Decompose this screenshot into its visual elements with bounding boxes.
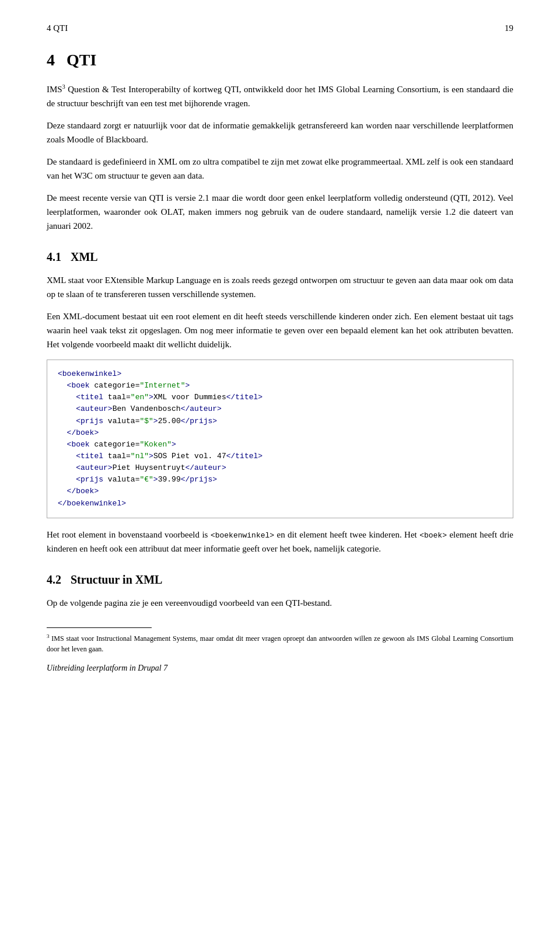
section-41-title: XML <box>71 250 98 264</box>
code-line-4: <auteur>Ben Vandenbosch</auteur> <box>58 403 502 415</box>
header-left: 4 QTI <box>47 23 68 33</box>
code-line-8: <titel taal="nl">SOS Piet vol. 47</titel… <box>58 451 502 462</box>
paragraph-4: De meest recente versie van QTI is versi… <box>47 191 513 233</box>
code-block: <boekenwinkel> <boek categorie="Internet… <box>47 360 513 518</box>
code-line-12: </boekenwinkel> <box>58 498 502 510</box>
paragraph-2: Deze standaard zorgt er natuurlijk voor … <box>47 118 513 146</box>
code-line-11: </boek> <box>58 486 502 497</box>
section-42-p1: Op de volgende pagina zie je een vereenv… <box>47 596 513 610</box>
section-42-number: 4.2 <box>47 573 61 587</box>
chapter-title: QTI <box>66 51 96 69</box>
chapter-number: 4 <box>47 51 55 69</box>
code-line-7: <boek categorie="Koken"> <box>58 439 502 451</box>
header-right: 19 <box>505 23 513 33</box>
code-line-2: <boek categorie="Internet"> <box>58 380 502 392</box>
code-line-6: </boek> <box>58 427 502 439</box>
footnote-sup: 3 <box>47 633 50 639</box>
page-header: 4 QTI 19 <box>47 23 513 33</box>
footnote-ref: 3 <box>62 83 65 90</box>
after-code-p1: Het root element in bovenstaand voorbeel… <box>47 528 513 556</box>
paragraph-1: IMS3 Question & Test Interoperabilty of … <box>47 82 513 110</box>
section-41-number: 4.1 <box>47 250 61 264</box>
code-line-9: <auteur>Piet Huysentruyt</auteur> <box>58 462 502 474</box>
section-41-p2: Een XML-document bestaat uit een root el… <box>47 309 513 351</box>
code-line-3: <titel taal="en">XML voor Dummies</titel… <box>58 392 502 403</box>
code-line-5: <prijs valuta="$">25.00</prijs> <box>58 416 502 427</box>
page: 4 QTI 19 4 QTI IMS3 Question & Test Inte… <box>0 0 560 935</box>
footnote-divider <box>47 627 152 628</box>
section-41-p1: XML staat voor EXtensible Markup Languag… <box>47 273 513 301</box>
inline-code-2: <boek> <box>419 531 447 540</box>
code-line-1: <boekenwinkel> <box>58 368 502 380</box>
paragraph-3: De standaard is gedefinieerd in XML om z… <box>47 155 513 183</box>
section-42-title: Structuur in XML <box>71 573 162 587</box>
footnote-text: 3 IMS staat voor Instructional Managemen… <box>47 633 513 654</box>
section-42-heading: 4.2 Structuur in XML <box>47 573 513 587</box>
section-41-heading: 4.1 XML <box>47 250 513 264</box>
inline-code-1: <boekenwinkel> <box>211 531 274 540</box>
chapter-heading: 4 QTI <box>47 51 513 69</box>
code-line-10: <prijs valuta="€">39.99</prijs> <box>58 474 502 486</box>
footer-text: Uitbreiding leerplatform in Drupal 7 <box>47 664 513 673</box>
